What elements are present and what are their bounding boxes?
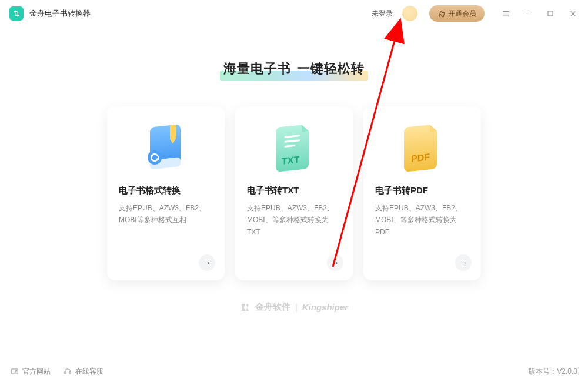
svg-text:PDF: PDF <box>411 151 430 163</box>
svg-rect-22 <box>69 372 71 374</box>
headset-icon <box>64 367 72 376</box>
version-text: 版本号：V2.0.0 <box>529 367 577 377</box>
txt-icon: TXT <box>247 118 341 180</box>
online-support-link[interactable]: 在线客服 <box>64 367 103 377</box>
hero-text-2: 一键轻松转 <box>297 61 365 76</box>
open-vip-label: 开通会员 <box>448 9 476 19</box>
arrow-right-icon[interactable]: → <box>199 254 215 271</box>
book-convert-icon <box>119 118 213 180</box>
app-logo-icon <box>9 6 24 21</box>
arrow-right-icon[interactable]: → <box>455 254 472 271</box>
close-button[interactable] <box>564 5 581 22</box>
svg-rect-4 <box>548 11 553 16</box>
external-link-icon <box>11 367 19 376</box>
bottom-bar: 官方网站 在线客服 版本号：V2.0.0 <box>0 361 588 382</box>
brand-separator: | <box>295 302 298 312</box>
card-to-txt[interactable]: TXT 电子书转TXT 支持EPUB、AZW3、FB2、MOBI、等多种格式转换… <box>235 106 353 280</box>
official-website-link[interactable]: 官方网站 <box>11 367 51 377</box>
card-to-pdf[interactable]: PDF 电子书转PDF 支持EPUB、AZW3、FB2、MOBI、等多种格式转换… <box>363 106 481 280</box>
card-title: 电子书转PDF <box>375 185 469 196</box>
menu-button[interactable] <box>497 5 514 22</box>
minimize-button[interactable] <box>520 5 536 22</box>
card-title: 电子书格式转换 <box>119 185 213 196</box>
feature-cards: 电子书格式转换 支持EPUB、AZW3、FB2、MOBI等多种格式互相 → T <box>0 106 588 280</box>
hero: 海量电子书一键轻松转 <box>0 60 588 79</box>
brand-footer: 金舟软件 | Kingshiper <box>0 301 588 313</box>
svg-rect-21 <box>65 372 66 374</box>
thumbs-up-icon <box>437 10 445 18</box>
svg-point-11 <box>148 150 162 165</box>
brand-cn: 金舟软件 <box>255 301 290 313</box>
hero-text-1: 海量电子书 <box>223 61 291 76</box>
open-vip-button[interactable]: 开通会员 <box>429 5 485 22</box>
official-website-label: 官方网站 <box>22 367 51 377</box>
brand-logo-icon <box>240 302 250 313</box>
online-support-label: 在线客服 <box>75 367 103 377</box>
svg-rect-9 <box>170 125 176 139</box>
card-title: 电子书转TXT <box>247 185 341 196</box>
brand-en: Kingshiper <box>302 302 348 312</box>
maximize-button[interactable] <box>542 5 559 22</box>
login-status[interactable]: 未登录 <box>372 9 393 19</box>
card-format-convert[interactable]: 电子书格式转换 支持EPUB、AZW3、FB2、MOBI等多种格式互相 → <box>107 106 225 280</box>
title-bar: 金舟电子书转换器 未登录 开通会员 <box>0 0 588 27</box>
avatar[interactable] <box>402 6 417 21</box>
arrow-right-icon[interactable]: → <box>327 254 343 271</box>
pdf-icon: PDF <box>375 118 469 180</box>
app-title: 金舟电子书转换器 <box>29 8 91 19</box>
svg-line-16 <box>285 146 295 147</box>
svg-text:TXT: TXT <box>282 154 299 166</box>
